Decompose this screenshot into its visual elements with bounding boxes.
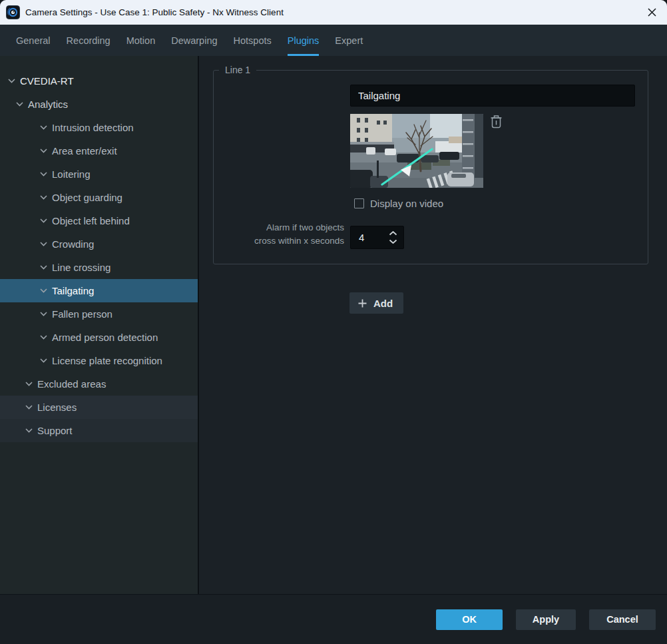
tab-label: Expert — [335, 35, 363, 46]
sidebar-item-licenses[interactable]: Licenses — [0, 396, 198, 419]
add-button-label: Add — [373, 298, 393, 309]
sidebar-item-license-plate-recognition[interactable]: License plate recognition — [0, 349, 198, 372]
tree-item-label: Armed person detection — [52, 332, 158, 343]
tab-dewarping[interactable]: Dewarping — [171, 25, 217, 56]
chevron-down-icon[interactable] — [8, 79, 15, 83]
camera-snapshot-thumbnail[interactable] — [350, 114, 483, 188]
tree-item-label: Analytics — [28, 99, 68, 110]
tree-item-label: Area enter/exit — [52, 145, 117, 157]
window-title: Camera Settings - Use Case 1: Public Saf… — [25, 7, 643, 17]
alarm-seconds-input[interactable] — [351, 232, 386, 243]
settings-panel: Line 1 — [199, 56, 667, 594]
chevron-down-icon[interactable] — [389, 239, 397, 244]
tab-label: General — [16, 35, 51, 46]
tab-label: Hotspots — [234, 35, 272, 46]
display-on-video-label: Display on video — [370, 198, 443, 209]
sidebar-item-excluded-areas[interactable]: Excluded areas — [0, 372, 198, 396]
chevron-down-icon[interactable] — [40, 242, 47, 246]
sidebar-item-armed-person-detection[interactable]: Armed person detection — [0, 326, 198, 349]
display-on-video-row[interactable]: Display on video — [214, 198, 635, 209]
sidebar-item-loitering[interactable]: Loitering — [0, 162, 198, 186]
chevron-down-icon[interactable] — [40, 312, 47, 316]
tree-item-label: Intrusion detection — [52, 122, 134, 133]
plus-icon — [357, 298, 367, 308]
thumbnail-row — [214, 114, 635, 188]
tree-item-label: CVEDIA-RT — [20, 75, 74, 87]
chevron-down-icon[interactable] — [40, 288, 47, 293]
alarm-seconds-spinner — [350, 226, 404, 249]
chevron-up-icon[interactable] — [389, 231, 397, 236]
sidebar-item-crowding[interactable]: Crowding — [0, 232, 198, 256]
display-on-video-checkbox[interactable] — [354, 198, 364, 208]
tab-hotspots[interactable]: Hotspots — [234, 25, 272, 56]
tree-item-label: Excluded areas — [37, 378, 106, 390]
tree-item-label: Fallen person — [52, 308, 112, 320]
group-title: Line 1 — [219, 65, 256, 75]
chevron-down-icon[interactable] — [40, 172, 47, 176]
tree-item-label: Crowding — [52, 238, 94, 250]
tab-label: Plugins — [288, 35, 320, 46]
cancel-button[interactable]: Cancel — [589, 609, 656, 630]
sidebar-item-tailgating[interactable]: Tailgating — [0, 279, 198, 302]
chevron-down-icon[interactable] — [25, 428, 33, 433]
chevron-down-icon[interactable] — [40, 358, 47, 363]
tab-label: Dewarping — [171, 35, 217, 46]
tree-item-label: Licenses — [37, 402, 77, 413]
tab-label: Motion — [126, 35, 156, 46]
sidebar-item-support[interactable]: Support — [0, 419, 198, 442]
trash-icon[interactable] — [490, 115, 503, 131]
chevron-down-icon[interactable] — [40, 265, 47, 270]
sidebar-item-object-guarding[interactable]: Object guarding — [0, 186, 198, 209]
line-name-input[interactable] — [350, 85, 635, 107]
chevron-down-icon[interactable] — [25, 405, 33, 410]
ok-button[interactable]: OK — [436, 609, 503, 630]
tree-item-label: Object left behind — [52, 215, 130, 226]
sidebar-item-area-enter-exit[interactable]: Area enter/exit — [0, 139, 198, 162]
sidebar-item-line-crossing[interactable]: Line crossing — [0, 256, 198, 279]
chevron-down-icon[interactable] — [40, 335, 47, 340]
chevron-down-icon[interactable] — [40, 149, 47, 153]
titlebar: Camera Settings - Use Case 1: Public Saf… — [0, 0, 667, 25]
tab-plugins[interactable]: Plugins — [288, 25, 320, 56]
apply-button[interactable]: Apply — [516, 609, 576, 630]
alarm-row: Alarm if two objects cross within x seco… — [214, 226, 635, 249]
sidebar-item-cvedia-rt[interactable]: CVEDIA-RT — [0, 69, 198, 93]
chevron-down-icon[interactable] — [40, 195, 47, 200]
tree-item-label: License plate recognition — [52, 355, 162, 366]
line-1-group: Line 1 — [213, 65, 648, 264]
sidebar-item-intrusion-detection[interactable]: Intrusion detection — [0, 116, 198, 139]
chevron-down-icon[interactable] — [25, 382, 33, 386]
tab-recording[interactable]: Recording — [67, 25, 111, 56]
tree-item-label: Tailgating — [52, 285, 94, 296]
tab-general[interactable]: General — [16, 25, 51, 56]
tree-item-label: Support — [37, 425, 73, 436]
camera-settings-window: Camera Settings - Use Case 1: Public Saf… — [0, 0, 667, 644]
nx-witness-logo-icon — [6, 5, 20, 19]
alarm-label: Alarm if two objects cross within x seco… — [214, 221, 344, 248]
tab-label: Recording — [67, 35, 111, 46]
chevron-down-icon[interactable] — [16, 102, 23, 107]
tree-item-label: Object guarding — [52, 192, 122, 203]
tab-bar: GeneralRecordingMotionDewarpingHotspotsP… — [0, 25, 667, 56]
content-area: CVEDIA-RT Analytics Intrusion detection … — [0, 56, 667, 594]
tree-item-label: Line crossing — [52, 262, 111, 273]
chevron-down-icon[interactable] — [40, 218, 47, 223]
tab-expert[interactable]: Expert — [335, 25, 363, 56]
close-icon[interactable] — [643, 4, 660, 21]
plugin-tree-sidebar: CVEDIA-RT Analytics Intrusion detection … — [0, 56, 199, 594]
tab-motion[interactable]: Motion — [126, 25, 156, 56]
name-row — [214, 85, 635, 107]
sidebar-item-object-left-behind[interactable]: Object left behind — [0, 209, 198, 232]
sidebar-item-fallen-person[interactable]: Fallen person — [0, 302, 198, 326]
dialog-footer: OK Apply Cancel — [0, 594, 667, 644]
tree-item-label: Loitering — [52, 168, 91, 180]
sidebar-item-analytics[interactable]: Analytics — [0, 93, 198, 116]
chevron-down-icon[interactable] — [40, 125, 47, 130]
add-line-button[interactable]: Add — [349, 292, 403, 314]
